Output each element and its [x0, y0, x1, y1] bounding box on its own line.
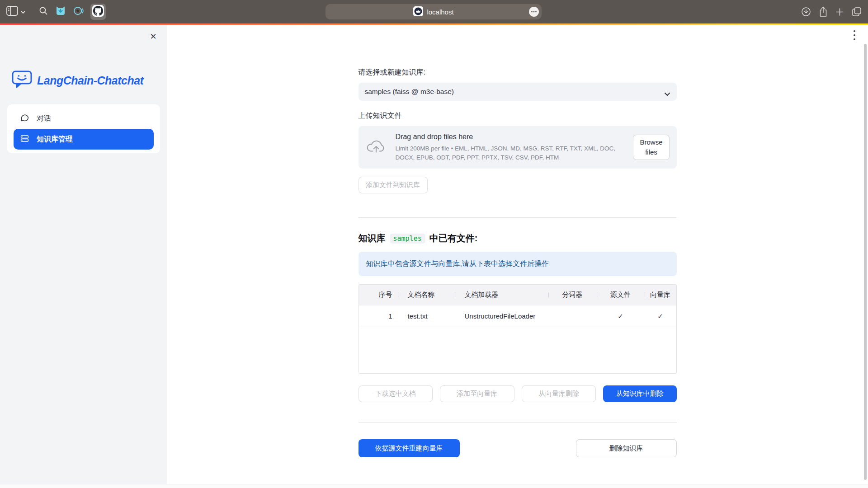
site-favicon	[413, 6, 423, 18]
close-icon: ✕	[150, 32, 156, 42]
cat-catch-extension-button[interactable]	[55, 5, 66, 18]
cat-catch-icon	[55, 5, 66, 18]
browser-toolbar: localhost	[0, 0, 868, 23]
browse-files-button[interactable]: Browse files	[633, 135, 669, 160]
divider	[359, 422, 677, 423]
col-header-vector-store[interactable]: 向量库	[645, 291, 676, 299]
sidebar: ✕ LangChain-Chatchat 对话	[0, 25, 167, 484]
page-content: 请选择或新建知识库: samples (faiss @ m3e-base) 上传…	[359, 25, 677, 457]
heading-prefix: 知识库	[359, 232, 386, 244]
database-icon	[20, 134, 29, 145]
delete-from-kb-button[interactable]: 从知识库中删除	[603, 385, 677, 402]
kb-files-heading: 知识库 samples 中已有文件:	[359, 232, 677, 244]
dropzone-texts: Drag and drop files here Limit 200MB per…	[396, 133, 627, 162]
download-button[interactable]	[801, 7, 811, 17]
kb-files-table: 序号 文档名称 文档加载器 分词器 源文件 向量库 1 test.txt Uns…	[359, 284, 677, 374]
tabs-icon	[852, 7, 862, 17]
add-files-to-kb-button[interactable]: 添加文件到知识库	[359, 177, 428, 193]
kb-name-code: samples	[390, 234, 425, 244]
table-row[interactable]: 1 test.txt UnstructuredFileLoader ✓ ✓	[359, 305, 676, 327]
add-to-vector-store-button[interactable]: 添加至向量库	[440, 385, 514, 402]
sidebar-item-label: 对话	[37, 114, 51, 123]
sidebar-item-dialogue[interactable]: 对话	[14, 108, 154, 129]
sidebar-close-button[interactable]: ✕	[148, 31, 159, 42]
col-header-index[interactable]: 序号	[359, 291, 398, 299]
info-banner: 知识库中包含源文件与向量库,请从下表中选择文件后操作	[359, 252, 677, 276]
kb-select-dropdown[interactable]: samples (faiss @ m3e-base)	[359, 83, 677, 101]
page-options-button[interactable]	[528, 6, 539, 17]
table-empty-area	[359, 327, 676, 373]
info-text: 知识库中包含源文件与向量库,请从下表中选择文件后操作	[366, 259, 549, 269]
search-icon	[39, 6, 48, 17]
window-bottom-edge	[0, 484, 868, 488]
sidebar-toggle-icon	[6, 6, 18, 18]
tab-overview-button[interactable]	[852, 7, 862, 17]
cell-index: 1	[359, 312, 398, 320]
cell-vector-store: ✓	[645, 312, 676, 320]
kb-select-label: 请选择或新建知识库:	[359, 68, 677, 77]
github-icon	[92, 5, 104, 19]
scrollbar-thumb[interactable]	[864, 44, 867, 480]
download-icon	[801, 7, 811, 17]
logo-chat-bubble-icon	[12, 70, 33, 91]
chevron-down-icon	[664, 90, 670, 98]
file-dropzone[interactable]: Drag and drop files here Limit 200MB per…	[359, 126, 677, 169]
dropzone-title: Drag and drop files here	[396, 133, 627, 141]
cell-name: test.txt	[398, 312, 455, 320]
new-tab-button[interactable]	[835, 8, 844, 16]
sidebar-nav: 对话 知识库管理	[7, 104, 160, 153]
cell-loader: UnstructuredFileLoader	[455, 312, 548, 320]
sidebar-item-label: 知识库管理	[37, 135, 73, 144]
toolbar-left-group	[6, 0, 106, 23]
file-action-buttons: 下载选中文档 添加至向量库 从向量库删除 从知识库中删除	[359, 385, 677, 402]
chat-bubble-icon	[20, 113, 29, 124]
delete-kb-button[interactable]: 删除知识库	[576, 439, 677, 457]
main-area: 请选择或新建知识库: samples (faiss @ m3e-base) 上传…	[167, 25, 868, 484]
reader-extension-button[interactable]	[73, 5, 84, 18]
reader-circles-icon	[73, 5, 84, 18]
plus-icon	[835, 8, 844, 16]
app-logo: LangChain-Chatchat	[12, 70, 167, 91]
toolbar-right-group	[801, 0, 862, 23]
cell-source-file: ✓	[597, 312, 645, 320]
delete-from-vector-store-button[interactable]: 从向量库删除	[522, 385, 596, 402]
sidebar-item-knowledge-base[interactable]: 知识库管理	[14, 129, 154, 150]
chevron-down-icon	[21, 8, 25, 16]
cloud-upload-icon	[367, 139, 386, 155]
upload-label: 上传知识文件	[359, 111, 677, 121]
github-extension-button[interactable]	[90, 4, 106, 20]
col-header-splitter[interactable]: 分词器	[548, 291, 597, 299]
col-header-name[interactable]: 文档名称	[398, 291, 455, 299]
divider	[359, 217, 677, 218]
app-menu-button[interactable]	[849, 28, 860, 42]
address-bar[interactable]: localhost	[326, 4, 542, 19]
download-selected-button[interactable]: 下载选中文档	[359, 385, 433, 402]
dropzone-limit: Limit 200MB per file • EML, HTML, JSON, …	[396, 144, 627, 162]
share-button[interactable]	[819, 6, 828, 17]
kb-footer-buttons: 依据源文件重建向量库 删除知识库	[359, 439, 677, 457]
sidebar-toggle-button[interactable]	[6, 6, 25, 18]
table-header: 序号 文档名称 文档加载器 分词器 源文件 向量库	[359, 285, 676, 305]
kb-select-value: samples (faiss @ m3e-base)	[365, 88, 454, 96]
search-button[interactable]	[39, 6, 48, 17]
address-host: localhost	[427, 8, 453, 16]
col-header-loader[interactable]: 文档加载器	[455, 291, 548, 299]
col-header-source-file[interactable]: 源文件	[597, 291, 645, 299]
logo-text: LangChain-Chatchat	[37, 74, 143, 87]
rebuild-vector-store-button[interactable]: 依据源文件重建向量库	[359, 439, 460, 457]
share-icon	[819, 6, 828, 17]
heading-suffix: 中已有文件:	[429, 232, 478, 244]
